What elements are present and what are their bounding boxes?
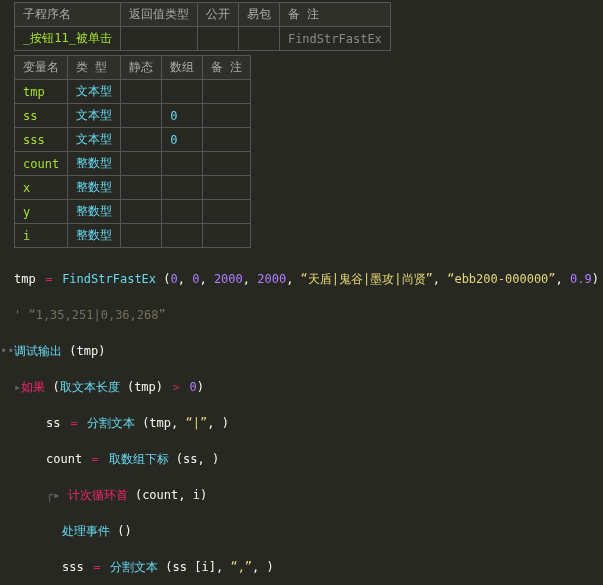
sub-pack[interactable] (238, 27, 279, 51)
th-static: 静态 (121, 56, 162, 80)
variable-table: 变量名 类 型 静态 数组 备 注 tmp文本型 ss文本型0 sss文本型0 … (14, 55, 251, 248)
th-vremark: 备 注 (203, 56, 251, 80)
code-line[interactable]: ┌▸ 计次循环首 (count, i) (14, 486, 598, 504)
sub-name[interactable]: _按钮11_被单击 (15, 27, 121, 51)
subprogram-table: 子程序名 返回值类型 公开 易包 备 注 _按钮11_被单击 FindStrFa… (14, 2, 391, 51)
th-array: 数组 (162, 56, 203, 80)
table-row[interactable]: count整数型 (15, 152, 251, 176)
code-line[interactable]: tmp ＝ FindStrFastEx (0, 0, 2000, 2000, “… (14, 270, 598, 288)
table-row[interactable]: ss文本型0 (15, 104, 251, 128)
table-row[interactable]: x整数型 (15, 176, 251, 200)
table-row[interactable]: sss文本型0 (15, 128, 251, 152)
code-line[interactable]: ▸如果 (取文本长度 (tmp) ＞ 0) (14, 378, 598, 396)
th-subname: 子程序名 (15, 3, 121, 27)
th-varname: 变量名 (15, 56, 68, 80)
fold-icon[interactable]: ┌▸ (46, 488, 68, 502)
breakpoint-gutter[interactable]: •• (0, 342, 14, 360)
th-remark: 备 注 (279, 3, 390, 27)
table-row[interactable]: i整数型 (15, 224, 251, 248)
table-row[interactable]: y整数型 (15, 200, 251, 224)
code-line[interactable]: ' “1,35,251|0,36,268” (14, 306, 598, 324)
th-public: 公开 (197, 3, 238, 27)
sub-remark[interactable]: FindStrFastEx (279, 27, 390, 51)
code-line[interactable]: sss ＝ 分割文本 (ss [i], “,”, ) (14, 558, 598, 576)
code-line[interactable]: ss ＝ 分割文本 (tmp, “|”, ) (14, 414, 598, 432)
th-vartype: 类 型 (68, 56, 121, 80)
code-editor[interactable]: tmp ＝ FindStrFastEx (0, 0, 2000, 2000, “… (14, 252, 598, 585)
th-rettype: 返回值类型 (120, 3, 197, 27)
code-line[interactable]: count ＝ 取数组下标 (ss, ) (14, 450, 598, 468)
th-easypack: 易包 (238, 3, 279, 27)
sub-ret[interactable] (120, 27, 197, 51)
table-row[interactable]: tmp文本型 (15, 80, 251, 104)
sub-pub[interactable] (197, 27, 238, 51)
code-line[interactable]: ••调试输出 (tmp) (14, 342, 598, 360)
code-line[interactable]: 处理事件 () (14, 522, 598, 540)
